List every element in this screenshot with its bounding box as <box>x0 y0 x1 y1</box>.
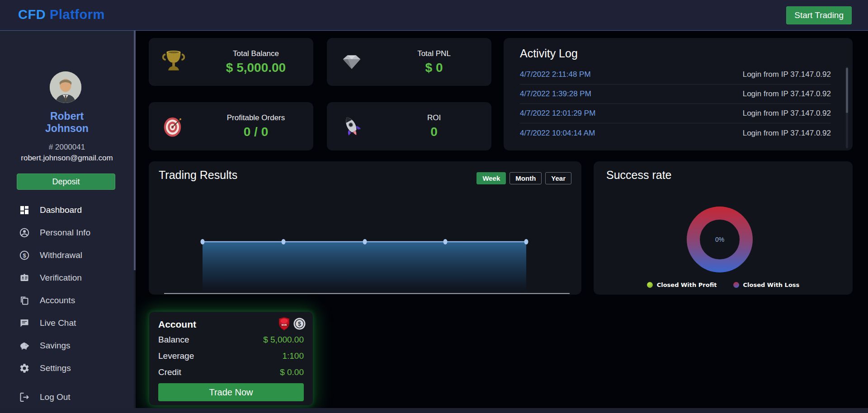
stat-card-profitable-orders: Profitable Orders 0 / 0 <box>149 102 313 150</box>
log-entry: 4/7/2022 10:04:14 AM Login from IP 37.14… <box>520 123 831 143</box>
donut-legend: Closed With Profit Closed With Loss <box>594 282 853 288</box>
start-trading-button[interactable]: Start Trading <box>786 6 852 24</box>
account-card: Account MAIN $ Balance $ 5,000.00 Levera… <box>149 312 313 405</box>
copy-icon <box>19 295 30 306</box>
activity-scrollbar-track <box>846 67 848 148</box>
trading-results-panel: Trading Results Week Month Year <box>149 161 581 295</box>
sidebar-item-label: Dashboard <box>40 205 82 215</box>
sidebar-scrollbar-thumb[interactable] <box>134 31 136 270</box>
profile-first-name: Robert <box>0 110 134 122</box>
row-value: $ 5,000.00 <box>263 335 304 345</box>
row-label: Credit <box>158 367 181 377</box>
logout-icon <box>19 392 30 403</box>
legend-item-closed-with-loss: Closed With Loss <box>733 282 800 288</box>
activity-log-panel: Activity Log 4/7/2022 2:11:48 PM Login f… <box>504 38 853 150</box>
stat-text: ROI 0 <box>377 113 491 139</box>
sidebar: Robert Johnson # 2000041 robert.johnson@… <box>0 31 134 408</box>
log-timestamp: 4/7/2022 1:39:28 PM <box>520 89 591 99</box>
loss-legend-dot-icon <box>733 282 739 288</box>
avatar <box>50 71 81 103</box>
svg-text:$: $ <box>298 321 301 327</box>
log-timestamp: 4/7/2022 10:04:14 AM <box>520 129 595 138</box>
dashboard-icon <box>19 205 30 216</box>
stat-value: $ 5,000.00 <box>198 61 313 75</box>
stat-text: Total PNL $ 0 <box>377 49 491 75</box>
stat-label: Total PNL <box>377 49 491 58</box>
logo-secondary: Platform <box>50 7 105 22</box>
stat-value: 0 <box>377 125 491 139</box>
success-rate-panel: Success rate 0% Closed With Profit Close… <box>594 161 853 295</box>
target-icon <box>149 113 198 140</box>
log-message: Login from IP 37.147.0.92 <box>743 89 831 99</box>
sidebar-item-personal-info[interactable]: Personal Info <box>0 221 134 244</box>
profile-email: robert.johnson@gmail.com <box>0 154 134 163</box>
stat-card-roi: ROI 0 <box>327 102 491 150</box>
svg-text:MAIN: MAIN <box>282 324 287 326</box>
sidebar-item-label: Personal Info <box>40 228 90 238</box>
sidebar-menu: Dashboard Personal Info $ <box>0 199 134 380</box>
stat-value: 0 / 0 <box>198 125 313 139</box>
legend-label: Closed With Loss <box>743 282 800 288</box>
gear-icon <box>19 363 30 374</box>
sidebar-item-savings[interactable]: Savings <box>0 334 134 357</box>
profile-name: Robert Johnson <box>0 110 134 135</box>
success-rate-title: Success rate <box>606 169 672 182</box>
sidebar-item-label: Withdrawal <box>40 250 82 260</box>
sidebar-item-dashboard[interactable]: Dashboard <box>0 199 134 221</box>
main-shield-badge-icon: MAIN <box>278 317 290 331</box>
rocket-icon <box>327 113 377 140</box>
app-logo: CFDPlatform <box>18 7 105 22</box>
account-card-icons: MAIN $ <box>278 317 306 331</box>
sidebar-item-verification[interactable]: Verification <box>0 267 134 289</box>
log-timestamp: 4/7/2022 2:11:48 PM <box>520 70 591 79</box>
stat-card-total-pnl: Total PNL $ 0 <box>327 38 491 86</box>
log-entry: 4/7/2022 2:11:48 PM Login from IP 37.147… <box>520 65 831 84</box>
person-icon <box>19 227 30 238</box>
sidebar-item-settings[interactable]: Settings <box>0 357 134 380</box>
deposit-button[interactable]: Deposit <box>17 174 115 190</box>
logo-primary: CFD <box>18 7 46 22</box>
sidebar-item-accounts[interactable]: Accounts <box>0 289 134 312</box>
sidebar-scrollbar-track <box>134 31 136 408</box>
sidebar-item-withdrawal[interactable]: $ Withdrawal <box>0 244 134 267</box>
log-message: Login from IP 37.147.0.92 <box>743 70 831 79</box>
trading-results-line-chart <box>149 161 581 295</box>
stat-card-total-balance: Total Balance $ 5,000.00 <box>149 38 313 86</box>
activity-log-list: 4/7/2022 2:11:48 PM Login from IP 37.147… <box>520 65 831 143</box>
row-value: $ 0.00 <box>280 367 304 377</box>
sidebar-item-label: Savings <box>40 341 71 351</box>
dollar-coin-icon: $ <box>293 318 306 330</box>
success-rate-donut-chart: 0% <box>687 206 753 272</box>
trade-now-button[interactable]: Trade Now <box>158 383 304 401</box>
profile-last-name: Johnson <box>0 122 134 135</box>
cfd-platform-dashboard: CFDPlatform Start Trading Robert Johnson… <box>0 0 868 413</box>
sidebar-item-live-chat[interactable]: Live Chat <box>0 312 134 334</box>
log-timestamp: 4/7/2022 12:01:29 PM <box>520 109 595 118</box>
account-row-credit: Credit $ 0.00 <box>158 366 304 379</box>
profit-legend-dot-icon <box>647 282 653 288</box>
logout-button[interactable]: Log Out <box>0 386 134 408</box>
svg-text:$: $ <box>23 252 26 259</box>
avatar-portrait-icon <box>50 71 81 103</box>
row-label: Leverage <box>158 351 194 361</box>
horizontal-scrollbar-track[interactable] <box>0 408 868 413</box>
dollar-circle-icon: $ <box>19 250 30 261</box>
diamond-icon <box>327 53 377 71</box>
activity-scrollbar-thumb[interactable] <box>846 68 848 113</box>
stat-label: Profitable Orders <box>198 113 313 122</box>
account-row-balance: Balance $ 5,000.00 <box>158 333 304 346</box>
sidebar-item-label: Accounts <box>40 296 75 305</box>
log-message: Login from IP 37.147.0.92 <box>743 109 831 118</box>
trophy-icon <box>149 48 198 76</box>
logout-label: Log Out <box>40 392 71 402</box>
top-bar: CFDPlatform Start Trading <box>0 0 868 31</box>
stat-label: Total Balance <box>198 49 313 58</box>
row-label: Balance <box>158 335 189 345</box>
sidebar-item-label: Verification <box>40 273 82 283</box>
donut-center-label: 0% <box>700 220 740 259</box>
stat-text: Profitable Orders 0 / 0 <box>198 113 313 139</box>
legend-item-closed-with-profit: Closed With Profit <box>647 282 717 288</box>
log-entry: 4/7/2022 1:39:28 PM Login from IP 37.147… <box>520 84 831 104</box>
piggy-bank-icon <box>19 340 30 351</box>
account-row-leverage: Leverage 1:100 <box>158 350 304 362</box>
